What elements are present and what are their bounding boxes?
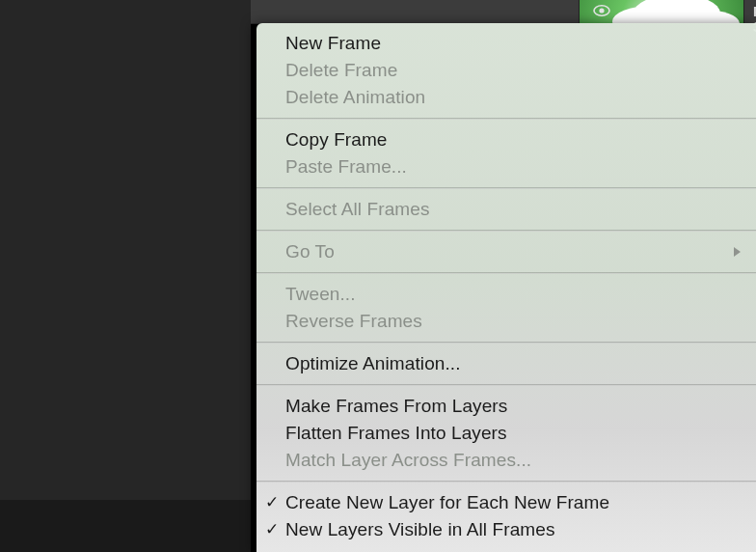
menu-new-frame[interactable]: New Frame [256,30,756,57]
menu-reverse-frames: Reverse Frames [256,308,756,335]
menu-separator [256,272,756,274]
menu-paste-frame: Paste Frame... [256,153,756,180]
menu-label: New Frame [285,33,381,53]
menu-label: Optimize Animation... [285,353,461,373]
menu-separator [256,187,756,189]
menu-separator [256,342,756,344]
menu-label: Match Layer Across Frames... [285,450,531,470]
panel-footer [0,500,251,552]
menu-label: Delete Frame [285,60,397,80]
menu-separator [256,118,756,120]
menu-label: Delete Animation [285,87,425,107]
check-icon: ✓ [262,489,282,516]
menu-new-layers-visible-all-frames[interactable]: ✓ New Layers Visible in All Frames [256,516,756,543]
menu-label: Create New Layer for Each New Frame [285,492,609,512]
menu-label: Select All Frames [285,199,430,219]
menu-delete-animation: Delete Animation [256,84,756,111]
menu-optimize-animation[interactable]: Optimize Animation... [256,350,756,377]
menu-separator [256,230,756,232]
thumbnail-shape [634,0,720,23]
menu-separator [256,481,756,483]
menu-delete-frame: Delete Frame [256,57,756,84]
svg-point-1 [599,8,604,13]
menu-label: Go To [285,241,335,262]
check-icon: ✓ [262,516,282,543]
menu-copy-frame[interactable]: Copy Frame [256,126,756,153]
app-window: Piggy 3 New Frame Delete Frame Delete An… [0,0,756,552]
chevron-right-icon [733,238,742,265]
menu-label: Copy Frame [285,129,388,150]
menu-match-layer-across-frames: Match Layer Across Frames... [256,447,756,474]
menu-label: Paste Frame... [285,156,407,177]
menu-make-frames-from-layers[interactable]: Make Frames From Layers [256,393,756,420]
menu-separator [256,384,756,386]
menu-create-new-layer-each-frame[interactable]: ✓ Create New Layer for Each New Frame [256,489,756,516]
menu-flatten-frames-into-layers[interactable]: Flatten Frames Into Layers [256,420,756,447]
menu-go-to: Go To [256,238,756,265]
menu-select-all-frames: Select All Frames [256,196,756,223]
layer-row[interactable]: Piggy 3 [251,0,756,24]
menu-label: Make Frames From Layers [285,396,507,416]
menu-label: Flatten Frames Into Layers [285,423,507,443]
canvas-area [0,0,251,500]
menu-tween: Tween... [256,281,756,308]
menu-label: Tween... [285,284,356,304]
menu-label: New Layers Visible in All Frames [285,519,555,539]
menu-label: Reverse Frames [285,311,422,331]
timeline-flyout-menu: New Frame Delete Frame Delete Animation … [256,23,756,552]
visibility-eye-icon[interactable] [593,4,610,21]
